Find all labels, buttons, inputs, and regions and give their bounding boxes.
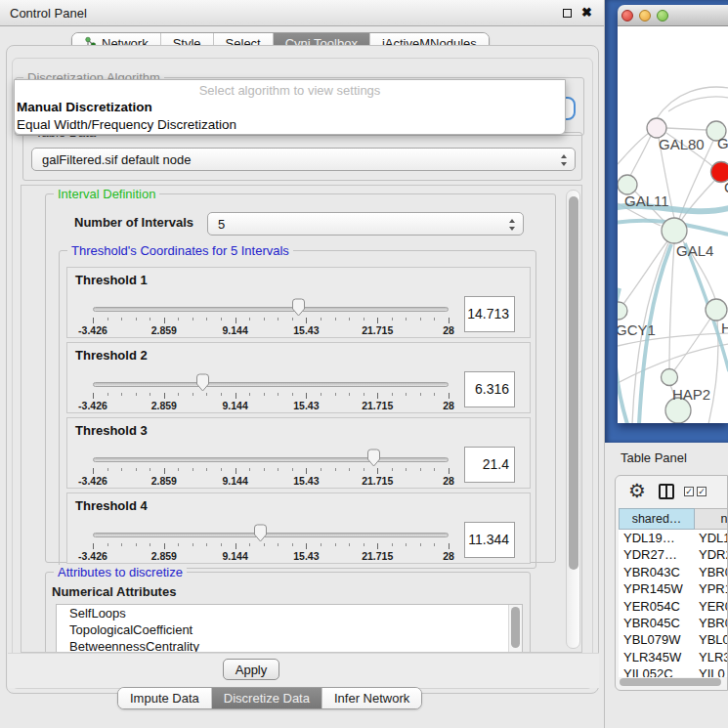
slider-minor-tick — [221, 318, 222, 321]
number-of-intervals-combo[interactable]: 5 — [207, 212, 524, 236]
zoom-traffic-light-icon[interactable] — [657, 10, 668, 21]
table-horizontal-scrollbar[interactable] — [619, 677, 726, 686]
table-panel: ⚙ ✓ ✓ shared…naYDL19…YDL1YDR27…YDR2YBR04… — [615, 475, 728, 691]
table-cell[interactable]: YBL0 — [696, 631, 728, 648]
threshold-slider-track[interactable] — [93, 533, 449, 537]
settings-scrollbar-thumb[interactable] — [569, 196, 578, 570]
close-traffic-light-icon[interactable] — [621, 10, 633, 21]
screenshot-root: Control Panel ✖ NetworkStyleSelectCyni T… — [0, 0, 728, 728]
network-edge[interactable] — [657, 87, 728, 118]
checkbox-icon[interactable]: ✓ — [697, 487, 707, 496]
threshold-slider-thumb[interactable] — [366, 449, 381, 467]
threshold-slider-track[interactable] — [93, 457, 449, 462]
tab-impute-data[interactable]: Impute Data — [118, 688, 212, 708]
table-row[interactable]: YER054CYER0 — [619, 598, 728, 615]
network-view[interactable]: GAL80GACGAL11GAL4GCY1HHAP2 — [618, 26, 728, 423]
table-cell[interactable]: YDL1 — [696, 530, 728, 546]
table-row[interactable]: YIL052CYIL0 — [619, 665, 728, 677]
slider-minor-tick — [249, 393, 250, 396]
network-edge[interactable] — [679, 141, 713, 219]
threshold-slider-track[interactable] — [93, 307, 449, 312]
table-cell[interactable]: YDR2 — [696, 546, 728, 563]
table-cell[interactable]: YDL19… — [619, 530, 696, 546]
network-edge[interactable] — [668, 97, 728, 111]
table-cell[interactable]: YPR145W — [619, 580, 696, 597]
checkbox-icon[interactable]: ✓ — [684, 487, 694, 496]
threshold-slider-track[interactable] — [93, 382, 449, 387]
table-cell[interactable]: YBR045C — [619, 615, 696, 631]
attribute-list-item[interactable]: SelfLoops — [57, 605, 522, 621]
slider-major-tick — [236, 318, 236, 323]
table-cell[interactable]: YIL0 — [696, 665, 728, 677]
attributes-scrollbar[interactable] — [508, 605, 522, 652]
close-icon[interactable]: ✖ — [581, 5, 592, 20]
slider-major-tick — [236, 393, 236, 399]
table-cell[interactable]: YBR043C — [619, 564, 696, 580]
apply-button[interactable]: Apply — [223, 659, 279, 680]
network-window-titlebar[interactable] — [618, 5, 728, 26]
table-cell[interactable]: YBR0 — [696, 564, 728, 580]
settings-scrollbar[interactable] — [566, 190, 580, 649]
network-node[interactable] — [618, 302, 627, 320]
threshold-value-field[interactable]: 14.713 — [464, 296, 515, 332]
table-rows: YDL19…YDL1YDR27…YDR2YBR043CYBR0YPR145WYP… — [619, 530, 728, 677]
threshold-slider-thumb[interactable] — [195, 373, 210, 392]
network-node[interactable] — [618, 175, 637, 194]
float-panel-icon[interactable] — [563, 9, 572, 18]
slider-tick-label: 28 — [443, 550, 454, 562]
attributes-scrollbar-thumb[interactable] — [511, 607, 520, 648]
thresholds-label: Threshold's Coordinates for 5 Intervals — [67, 243, 293, 258]
network-node[interactable] — [647, 118, 666, 138]
table-row[interactable]: YBR043CYBR0 — [619, 564, 728, 580]
network-edge[interactable] — [708, 321, 718, 423]
table-cell[interactable]: YER0 — [696, 598, 728, 615]
slider-minor-tick — [321, 393, 321, 396]
slider-minor-tick — [178, 318, 179, 321]
threshold-slider-thumb[interactable] — [291, 298, 306, 317]
table-cell[interactable]: YLR3 — [696, 649, 728, 665]
table-column-header[interactable]: na — [695, 508, 728, 530]
slider-minor-tick — [434, 318, 435, 321]
threshold-value-field[interactable]: 6.316 — [464, 371, 515, 407]
slider-minor-tick — [206, 318, 207, 321]
network-node[interactable] — [662, 369, 678, 386]
attribute-list-item[interactable]: TopologicalCoefficient — [57, 621, 522, 638]
tab-infer-network[interactable]: Infer Network — [322, 688, 421, 708]
threshold-value-field[interactable]: 11.344 — [464, 522, 515, 558]
table-row[interactable]: YDR27…YDR2 — [619, 546, 728, 563]
tab-discretize-data[interactable]: Discretize Data — [212, 688, 322, 708]
minimize-traffic-light-icon[interactable] — [639, 10, 651, 21]
network-edge[interactable] — [674, 319, 710, 370]
slider-minor-tick — [121, 318, 122, 321]
table-cell[interactable]: YBL079W — [619, 631, 696, 648]
network-node[interactable] — [706, 299, 727, 321]
slider-tick-label: -3.426 — [78, 550, 107, 562]
columns-icon[interactable] — [659, 484, 674, 499]
network-edge[interactable] — [666, 128, 707, 130]
table-cell[interactable]: YDR27… — [619, 546, 696, 563]
table-data-combo[interactable]: galFiltered.sif default node — [31, 148, 576, 171]
table-row[interactable]: YDL19…YDL1 — [619, 530, 728, 546]
dropdown-item-equal-width-frequency[interactable]: Equal Width/Frequency Discretization — [17, 117, 236, 132]
table-cell[interactable]: YER054C — [619, 598, 696, 615]
table-row[interactable]: YBL079WYBL0 — [619, 631, 728, 648]
numerical-attributes-list[interactable]: SelfLoopsTopologicalCoefficientBetweenne… — [56, 604, 523, 653]
table-cell[interactable]: YBR0 — [696, 615, 728, 631]
table-cell[interactable]: YLR345W — [619, 649, 696, 665]
table-row[interactable]: YPR145WYPR1 — [619, 580, 728, 597]
table-cell[interactable]: YIL052C — [619, 665, 696, 677]
dropdown-item-manual-discretization[interactable]: Manual Discretization — [17, 100, 152, 114]
threshold-slider-thumb[interactable] — [253, 524, 268, 542]
threshold-value-field[interactable]: 21.4 — [464, 447, 515, 483]
gear-icon[interactable]: ⚙ — [628, 479, 646, 502]
table-row[interactable]: YBR045CYBR0 — [619, 615, 728, 631]
table-row[interactable]: YLR345WYLR3 — [619, 649, 728, 665]
algorithm-dropdown: Select algorithm to view settings Manual… — [14, 79, 566, 135]
table-cell[interactable]: YPR1 — [696, 580, 728, 597]
table-horizontal-scrollbar-thumb[interactable] — [620, 678, 721, 686]
network-node[interactable] — [662, 218, 687, 243]
network-edge[interactable] — [669, 243, 674, 369]
table-column-header[interactable]: shared… — [619, 508, 695, 530]
attribute-list-item[interactable]: BetweennessCentrality — [57, 638, 522, 653]
network-edge[interactable] — [630, 136, 651, 176]
